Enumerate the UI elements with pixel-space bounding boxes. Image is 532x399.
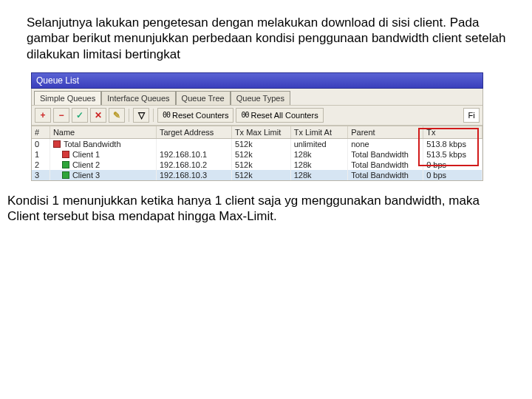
queue-status-icon — [53, 140, 61, 148]
cell-target: 192.168.10.3 — [156, 170, 231, 180]
tab-interface-queues[interactable]: Interface Queues — [101, 91, 175, 105]
col-target[interactable]: Target Address — [156, 126, 231, 139]
reset-counters-button[interactable]: 00 Reset Counters — [157, 108, 233, 123]
tab-strip: Simple Queues Interface Queues Queue Tre… — [32, 89, 482, 105]
find-button[interactable]: Fi — [463, 108, 480, 123]
tab-queue-types[interactable]: Queue Types — [231, 91, 290, 105]
cell-number: 2 — [32, 160, 50, 170]
cell-txmax: 512k — [231, 149, 290, 160]
add-button[interactable]: + — [35, 108, 51, 123]
col-txmax[interactable]: Tx Max Limit — [231, 126, 290, 139]
cell-txmax: 512k — [231, 170, 290, 180]
queue-status-icon — [62, 151, 69, 158]
col-parent[interactable]: Parent — [348, 126, 423, 139]
cell-txmax: 512k — [231, 160, 290, 170]
cell-txlimit: unlimited — [290, 138, 348, 149]
cell-txlimit: 128k — [290, 160, 348, 170]
table-row[interactable]: 0Total Bandwidth512kunlimitednone513.8 k… — [32, 138, 482, 149]
cell-txlimit: 128k — [290, 149, 348, 160]
intro-paragraph: Selanjutnya lakukan pengetesan dengan me… — [0, 0, 532, 68]
window-client: Simple Queues Interface Queues Queue Tre… — [31, 89, 483, 181]
cell-name: Client 2 — [50, 160, 156, 170]
col-txlimit[interactable]: Tx Limit At — [290, 126, 348, 139]
filter-button[interactable]: ▽ — [133, 108, 149, 123]
queue-grid: # Name Target Address Tx Max Limit Tx Li… — [32, 126, 482, 180]
cell-target: 192.168.10.2 — [156, 160, 231, 170]
cell-target — [156, 138, 231, 149]
reset-all-icon: 00 — [241, 111, 248, 119]
cell-parent: none — [348, 138, 423, 149]
cell-tx: 0 bps — [423, 170, 482, 180]
comment-button[interactable]: ✎ — [109, 108, 125, 123]
cell-txmax: 512k — [231, 138, 290, 149]
col-tx[interactable]: Tx — [423, 126, 482, 139]
cell-number: 1 — [32, 149, 50, 160]
queue-name-label: Total Bandwidth — [64, 140, 121, 149]
col-name[interactable]: Name — [50, 126, 156, 139]
grid-header-row: # Name Target Address Tx Max Limit Tx Li… — [32, 126, 482, 139]
reset-all-counters-label: Reset All Counters — [251, 111, 318, 120]
queue-status-icon — [62, 171, 69, 179]
queue-name-label: Client 3 — [72, 171, 100, 180]
table-row[interactable]: 2Client 2192.168.10.2512k128kTotal Bandw… — [32, 160, 482, 170]
tab-simple-queues[interactable]: Simple Queues — [34, 91, 101, 105]
queue-name-label: Client 1 — [72, 150, 100, 159]
tab-queue-tree[interactable]: Queue Tree — [176, 91, 231, 105]
cell-name: Total Bandwidth — [50, 138, 156, 149]
reset-counters-label: Reset Counters — [172, 111, 228, 120]
reset-icon: 00 — [163, 111, 170, 119]
cell-parent: Total Bandwidth — [348, 170, 423, 180]
toolbar: + − ✓ ✕ ✎ ▽ 00 Reset Counters 00 Reset A… — [32, 105, 482, 126]
cell-parent: Total Bandwidth — [348, 149, 423, 160]
queue-list-window: Queue List Simple Queues Interface Queue… — [31, 72, 483, 181]
table-row[interactable]: 1Client 1192.168.10.1512k128kTotal Bandw… — [32, 149, 482, 160]
cell-tx: 513.5 kbps — [423, 149, 482, 160]
table-row[interactable]: 3Client 3192.168.10.3512k128kTotal Bandw… — [32, 170, 482, 180]
cell-txlimit: 128k — [290, 170, 348, 180]
cell-parent: Total Bandwidth — [348, 160, 423, 170]
queue-status-icon — [62, 161, 69, 168]
toolbar-separator — [129, 109, 129, 122]
cell-number: 0 — [32, 138, 50, 149]
toolbar-separator — [153, 109, 154, 122]
col-number[interactable]: # — [32, 126, 50, 139]
cell-name: Client 1 — [50, 149, 156, 160]
conclusion-paragraph: Kondisi 1 menunjukkan ketika hanya 1 cli… — [0, 181, 532, 225]
enable-button[interactable]: ✓ — [72, 108, 88, 123]
cell-target: 192.168.10.1 — [156, 149, 231, 160]
disable-button[interactable]: ✕ — [90, 108, 106, 123]
window-titlebar: Queue List — [31, 72, 483, 89]
queue-name-label: Client 2 — [72, 160, 100, 169]
remove-button[interactable]: − — [53, 108, 69, 123]
cell-name: Client 3 — [50, 170, 156, 180]
cell-number: 3 — [32, 170, 50, 180]
cell-tx: 513.8 kbps — [423, 138, 482, 149]
cell-tx: 0 bps — [423, 160, 482, 170]
reset-all-counters-button[interactable]: 00 Reset All Counters — [236, 108, 323, 123]
